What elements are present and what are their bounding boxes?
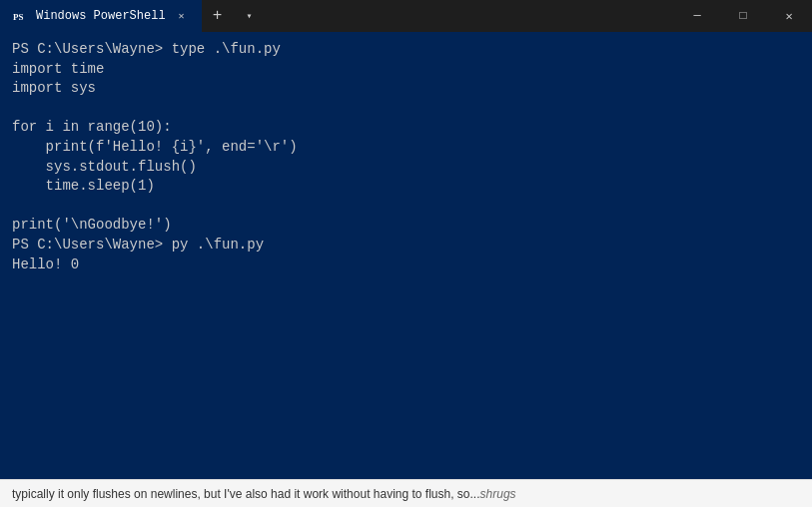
svg-text:PS: PS (13, 12, 24, 22)
terminal-text: PS C:\Users\Wayne> type .\fun.py import … (12, 40, 800, 274)
maximize-button[interactable]: □ (720, 0, 766, 32)
powershell-icon: PS (12, 8, 28, 24)
tab-dropdown-button[interactable]: ▾ (234, 0, 266, 32)
bottom-bar: typically it only flushes on newlines, b… (0, 479, 812, 507)
window-controls: ─ □ ✕ (674, 0, 812, 32)
close-button[interactable]: ✕ (766, 0, 812, 32)
bottom-normal-text: typically it only flushes on newlines, b… (12, 487, 480, 501)
tab-close-button[interactable]: ✕ (174, 8, 190, 24)
tab-label: Windows PowerShell (36, 9, 166, 23)
bottom-italic-text: shrugs (480, 487, 516, 501)
new-tab-button[interactable]: + (202, 0, 234, 32)
title-bar-left: PS Windows PowerShell ✕ + ▾ (0, 0, 674, 32)
minimize-button[interactable]: ─ (674, 0, 720, 32)
title-bar: PS Windows PowerShell ✕ + ▾ ─ □ ✕ (0, 0, 812, 32)
powershell-tab[interactable]: PS Windows PowerShell ✕ (0, 0, 202, 32)
terminal-output: PS C:\Users\Wayne> type .\fun.py import … (0, 32, 812, 479)
